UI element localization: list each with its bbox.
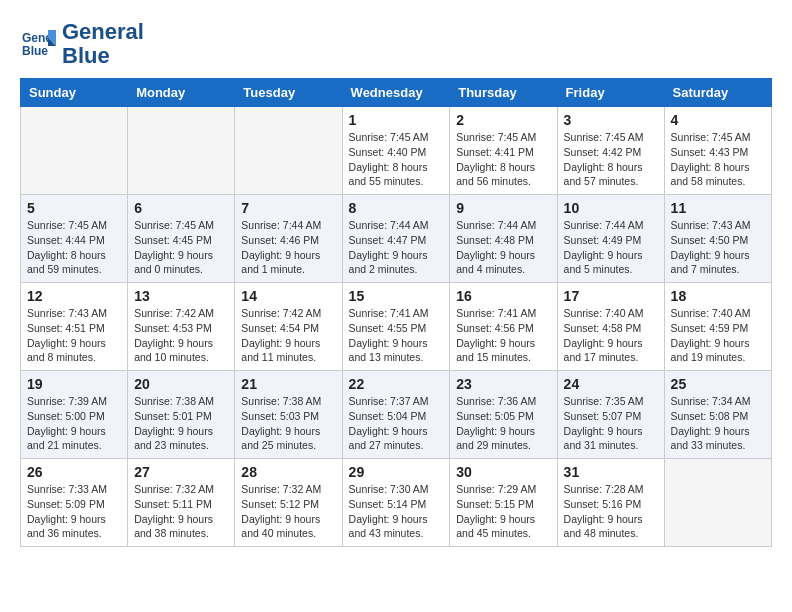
day-number: 21 bbox=[241, 376, 335, 392]
calendar-cell: 6Sunrise: 7:45 AM Sunset: 4:45 PM Daylig… bbox=[128, 195, 235, 283]
day-info: Sunrise: 7:41 AM Sunset: 4:56 PM Dayligh… bbox=[456, 306, 550, 365]
calendar-cell: 14Sunrise: 7:42 AM Sunset: 4:54 PM Dayli… bbox=[235, 283, 342, 371]
calendar-cell bbox=[21, 107, 128, 195]
day-info: Sunrise: 7:40 AM Sunset: 4:59 PM Dayligh… bbox=[671, 306, 765, 365]
weekday-header-monday: Monday bbox=[128, 79, 235, 107]
day-info: Sunrise: 7:34 AM Sunset: 5:08 PM Dayligh… bbox=[671, 394, 765, 453]
calendar-table: SundayMondayTuesdayWednesdayThursdayFrid… bbox=[20, 78, 772, 547]
day-number: 9 bbox=[456, 200, 550, 216]
calendar-cell: 26Sunrise: 7:33 AM Sunset: 5:09 PM Dayli… bbox=[21, 459, 128, 547]
day-info: Sunrise: 7:38 AM Sunset: 5:03 PM Dayligh… bbox=[241, 394, 335, 453]
calendar-cell bbox=[664, 459, 771, 547]
calendar-cell: 9Sunrise: 7:44 AM Sunset: 4:48 PM Daylig… bbox=[450, 195, 557, 283]
day-number: 24 bbox=[564, 376, 658, 392]
day-info: Sunrise: 7:33 AM Sunset: 5:09 PM Dayligh… bbox=[27, 482, 121, 541]
calendar-cell: 10Sunrise: 7:44 AM Sunset: 4:49 PM Dayli… bbox=[557, 195, 664, 283]
calendar-cell bbox=[128, 107, 235, 195]
day-number: 16 bbox=[456, 288, 550, 304]
day-info: Sunrise: 7:42 AM Sunset: 4:53 PM Dayligh… bbox=[134, 306, 228, 365]
logo-line1: General bbox=[62, 20, 144, 44]
day-number: 4 bbox=[671, 112, 765, 128]
calendar-cell: 4Sunrise: 7:45 AM Sunset: 4:43 PM Daylig… bbox=[664, 107, 771, 195]
day-info: Sunrise: 7:45 AM Sunset: 4:45 PM Dayligh… bbox=[134, 218, 228, 277]
calendar-cell: 2Sunrise: 7:45 AM Sunset: 4:41 PM Daylig… bbox=[450, 107, 557, 195]
day-number: 25 bbox=[671, 376, 765, 392]
day-number: 2 bbox=[456, 112, 550, 128]
weekday-header-wednesday: Wednesday bbox=[342, 79, 450, 107]
day-info: Sunrise: 7:45 AM Sunset: 4:42 PM Dayligh… bbox=[564, 130, 658, 189]
day-info: Sunrise: 7:32 AM Sunset: 5:11 PM Dayligh… bbox=[134, 482, 228, 541]
day-info: Sunrise: 7:44 AM Sunset: 4:46 PM Dayligh… bbox=[241, 218, 335, 277]
calendar-cell: 13Sunrise: 7:42 AM Sunset: 4:53 PM Dayli… bbox=[128, 283, 235, 371]
day-number: 27 bbox=[134, 464, 228, 480]
day-number: 26 bbox=[27, 464, 121, 480]
day-info: Sunrise: 7:29 AM Sunset: 5:15 PM Dayligh… bbox=[456, 482, 550, 541]
calendar-cell: 16Sunrise: 7:41 AM Sunset: 4:56 PM Dayli… bbox=[450, 283, 557, 371]
day-info: Sunrise: 7:43 AM Sunset: 4:51 PM Dayligh… bbox=[27, 306, 121, 365]
calendar-cell bbox=[235, 107, 342, 195]
day-info: Sunrise: 7:45 AM Sunset: 4:40 PM Dayligh… bbox=[349, 130, 444, 189]
weekday-header-sunday: Sunday bbox=[21, 79, 128, 107]
day-number: 28 bbox=[241, 464, 335, 480]
day-number: 17 bbox=[564, 288, 658, 304]
day-info: Sunrise: 7:30 AM Sunset: 5:14 PM Dayligh… bbox=[349, 482, 444, 541]
calendar-cell: 19Sunrise: 7:39 AM Sunset: 5:00 PM Dayli… bbox=[21, 371, 128, 459]
calendar-cell: 8Sunrise: 7:44 AM Sunset: 4:47 PM Daylig… bbox=[342, 195, 450, 283]
day-number: 10 bbox=[564, 200, 658, 216]
day-number: 29 bbox=[349, 464, 444, 480]
calendar-cell: 30Sunrise: 7:29 AM Sunset: 5:15 PM Dayli… bbox=[450, 459, 557, 547]
calendar-cell: 31Sunrise: 7:28 AM Sunset: 5:16 PM Dayli… bbox=[557, 459, 664, 547]
day-number: 30 bbox=[456, 464, 550, 480]
day-info: Sunrise: 7:44 AM Sunset: 4:48 PM Dayligh… bbox=[456, 218, 550, 277]
day-number: 12 bbox=[27, 288, 121, 304]
calendar-cell: 22Sunrise: 7:37 AM Sunset: 5:04 PM Dayli… bbox=[342, 371, 450, 459]
day-info: Sunrise: 7:28 AM Sunset: 5:16 PM Dayligh… bbox=[564, 482, 658, 541]
svg-text:Blue: Blue bbox=[22, 44, 48, 58]
day-number: 1 bbox=[349, 112, 444, 128]
day-number: 6 bbox=[134, 200, 228, 216]
day-number: 7 bbox=[241, 200, 335, 216]
day-number: 11 bbox=[671, 200, 765, 216]
calendar-cell: 23Sunrise: 7:36 AM Sunset: 5:05 PM Dayli… bbox=[450, 371, 557, 459]
page-header: General Blue General Blue bbox=[20, 20, 772, 68]
weekday-header-thursday: Thursday bbox=[450, 79, 557, 107]
day-info: Sunrise: 7:39 AM Sunset: 5:00 PM Dayligh… bbox=[27, 394, 121, 453]
day-number: 20 bbox=[134, 376, 228, 392]
day-number: 3 bbox=[564, 112, 658, 128]
day-number: 13 bbox=[134, 288, 228, 304]
calendar-cell: 15Sunrise: 7:41 AM Sunset: 4:55 PM Dayli… bbox=[342, 283, 450, 371]
day-info: Sunrise: 7:45 AM Sunset: 4:41 PM Dayligh… bbox=[456, 130, 550, 189]
day-number: 31 bbox=[564, 464, 658, 480]
calendar-cell: 21Sunrise: 7:38 AM Sunset: 5:03 PM Dayli… bbox=[235, 371, 342, 459]
calendar-cell: 20Sunrise: 7:38 AM Sunset: 5:01 PM Dayli… bbox=[128, 371, 235, 459]
day-number: 5 bbox=[27, 200, 121, 216]
calendar-cell: 24Sunrise: 7:35 AM Sunset: 5:07 PM Dayli… bbox=[557, 371, 664, 459]
calendar-cell: 1Sunrise: 7:45 AM Sunset: 4:40 PM Daylig… bbox=[342, 107, 450, 195]
day-info: Sunrise: 7:36 AM Sunset: 5:05 PM Dayligh… bbox=[456, 394, 550, 453]
day-info: Sunrise: 7:45 AM Sunset: 4:43 PM Dayligh… bbox=[671, 130, 765, 189]
calendar-cell: 25Sunrise: 7:34 AM Sunset: 5:08 PM Dayli… bbox=[664, 371, 771, 459]
calendar-cell: 18Sunrise: 7:40 AM Sunset: 4:59 PM Dayli… bbox=[664, 283, 771, 371]
logo-line2: Blue bbox=[62, 44, 144, 68]
day-info: Sunrise: 7:44 AM Sunset: 4:49 PM Dayligh… bbox=[564, 218, 658, 277]
day-number: 14 bbox=[241, 288, 335, 304]
calendar-cell: 11Sunrise: 7:43 AM Sunset: 4:50 PM Dayli… bbox=[664, 195, 771, 283]
calendar-cell: 27Sunrise: 7:32 AM Sunset: 5:11 PM Dayli… bbox=[128, 459, 235, 547]
calendar-cell: 7Sunrise: 7:44 AM Sunset: 4:46 PM Daylig… bbox=[235, 195, 342, 283]
day-info: Sunrise: 7:43 AM Sunset: 4:50 PM Dayligh… bbox=[671, 218, 765, 277]
day-number: 8 bbox=[349, 200, 444, 216]
calendar-cell: 5Sunrise: 7:45 AM Sunset: 4:44 PM Daylig… bbox=[21, 195, 128, 283]
day-number: 19 bbox=[27, 376, 121, 392]
day-info: Sunrise: 7:37 AM Sunset: 5:04 PM Dayligh… bbox=[349, 394, 444, 453]
day-info: Sunrise: 7:32 AM Sunset: 5:12 PM Dayligh… bbox=[241, 482, 335, 541]
day-info: Sunrise: 7:44 AM Sunset: 4:47 PM Dayligh… bbox=[349, 218, 444, 277]
day-info: Sunrise: 7:42 AM Sunset: 4:54 PM Dayligh… bbox=[241, 306, 335, 365]
calendar-cell: 28Sunrise: 7:32 AM Sunset: 5:12 PM Dayli… bbox=[235, 459, 342, 547]
calendar-cell: 3Sunrise: 7:45 AM Sunset: 4:42 PM Daylig… bbox=[557, 107, 664, 195]
weekday-header-saturday: Saturday bbox=[664, 79, 771, 107]
day-info: Sunrise: 7:41 AM Sunset: 4:55 PM Dayligh… bbox=[349, 306, 444, 365]
weekday-header-tuesday: Tuesday bbox=[235, 79, 342, 107]
calendar-cell: 29Sunrise: 7:30 AM Sunset: 5:14 PM Dayli… bbox=[342, 459, 450, 547]
calendar-cell: 17Sunrise: 7:40 AM Sunset: 4:58 PM Dayli… bbox=[557, 283, 664, 371]
weekday-header-friday: Friday bbox=[557, 79, 664, 107]
